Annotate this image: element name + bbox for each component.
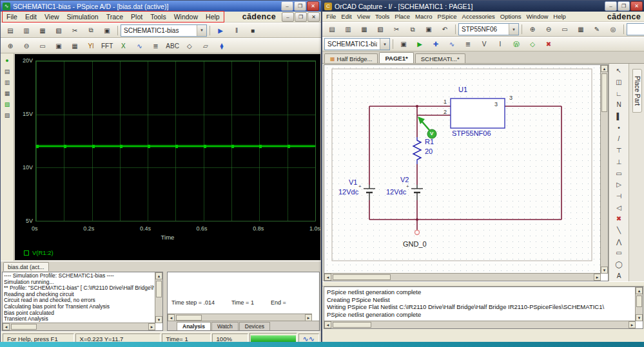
scroll-up-icon[interactable]: ▲ [601, 65, 608, 72]
pspice-menu-0[interactable]: File [3, 13, 21, 21]
waveform-plot[interactable]: 20V15V10V5V 0s0.2s0.4s0.6s0.8s1.0s Time … [15, 54, 320, 260]
cut-icon[interactable]: ✂ [389, 23, 404, 35]
run-pspice-icon[interactable]: ▶ [412, 38, 427, 50]
zoom-in-icon[interactable]: ⊕ [525, 23, 540, 35]
zoom-all-icon[interactable]: ▭ [557, 23, 572, 35]
trace-legend[interactable]: V(R1:2) [24, 249, 54, 256]
chevron-down-icon[interactable]: ▼ [197, 25, 206, 36]
log-vscrollbar[interactable]: ▲ ▼ [635, 287, 643, 321]
zoom-area-icon[interactable]: ▭ [35, 40, 50, 52]
capture-menu-4[interactable]: Place [392, 13, 413, 20]
plot-window-icon[interactable]: ▱ [198, 40, 213, 52]
scroll-down-icon[interactable]: ▼ [601, 267, 608, 274]
stop-simulation-icon[interactable]: ■ [245, 24, 260, 37]
bias-voltage-icon[interactable]: V [476, 38, 492, 50]
mdi-minimize-button[interactable]: – [282, 12, 294, 22]
place-port-icon[interactable]: ▷ [611, 179, 627, 191]
capture-menu-2[interactable]: View [355, 13, 373, 20]
place-wire-icon[interactable]: ∟ [611, 88, 627, 99]
profile-doc-icon[interactable]: ▤ [2, 66, 12, 76]
schematic-canvas[interactable]: + + U1 STP55NF06 1 2 3 3 R1 20 V1 12Vdc … [324, 65, 601, 274]
v1-refdes[interactable]: V1 [349, 178, 357, 186]
tab-schematic[interactable]: SCHEMATI...* [415, 53, 465, 63]
tab-analysis[interactable]: Analysis [177, 322, 211, 330]
simulation-status-panel[interactable]: Time step = .014 Time = 1 End = ◄ ► Anal… [167, 272, 320, 331]
place-ellipse-icon[interactable]: ◯ [611, 259, 627, 270]
pspice-titlebar[interactable]: ∿ SCHEMATIC1-bias - PSpice A/D - [bias.d… [1, 1, 321, 12]
tab-bias-dat[interactable]: bias.dat (act... [3, 262, 49, 271]
bias-power-icon[interactable]: Ⓦ [509, 38, 524, 50]
r1-refdes[interactable]: R1 [425, 138, 434, 145]
simulation-profile-combo[interactable]: SCHEMATIC1-bias▼ [121, 24, 207, 37]
log-splitter[interactable] [322, 281, 644, 286]
view-results-icon[interactable]: ∿ [444, 38, 460, 50]
capture-menu-8[interactable]: Options [498, 13, 524, 20]
zoom-out-icon[interactable]: ⊖ [19, 40, 34, 52]
mdi-restore-button[interactable]: ❐ [295, 12, 307, 22]
cursor-icon[interactable]: ≣ [148, 40, 163, 52]
tab-watch[interactable]: Watch [211, 322, 239, 330]
run-simulation-icon[interactable]: ▶ [213, 24, 228, 37]
save-icon[interactable]: ▦ [35, 24, 50, 37]
v2-refdes[interactable]: V2 [400, 176, 409, 183]
voltage-marker-icon[interactable]: ◇ [525, 38, 540, 50]
properties-icon[interactable]: ⧫ [214, 40, 229, 52]
tab-half-bridge[interactable]: ▦ Half Bridge... [324, 53, 378, 63]
add-trace-icon[interactable]: ∿ [132, 40, 147, 52]
capture-menu-9[interactable]: Window [524, 13, 551, 20]
select-tool-icon[interactable]: ↖ [611, 65, 627, 77]
place-polyline-icon[interactable]: ⋀ [611, 236, 627, 247]
export-excel-icon[interactable]: X [115, 40, 131, 52]
chevron-down-icon[interactable]: ▼ [380, 39, 389, 50]
close-button[interactable]: ✕ [307, 1, 319, 11]
voltage-probe-icon[interactable]: V [430, 131, 433, 136]
scroll-down-icon[interactable]: ▼ [155, 316, 162, 323]
close-button[interactable]: ✕ [630, 1, 643, 11]
scroll-down-icon[interactable]: ▼ [636, 314, 643, 321]
zoom-out-icon[interactable]: ⊖ [541, 23, 556, 35]
mdi-close-button[interactable]: ✕ [307, 12, 320, 22]
scroll-right-icon[interactable]: ► [148, 323, 155, 330]
print-doc-icon[interactable]: ▧ [373, 23, 388, 35]
capture-profile-combo[interactable]: SCHEMATIC1-bias▼ [324, 38, 390, 50]
pspice-menu-5[interactable]: Plot [127, 13, 146, 21]
place-ground-icon[interactable]: ⊥ [611, 156, 627, 168]
delete-marker-icon[interactable]: ✖ [541, 38, 556, 50]
scroll-left-icon[interactable]: ◄ [3, 323, 10, 330]
minimize-button[interactable]: – [605, 1, 617, 11]
zoom-fit-icon[interactable]: ▣ [51, 40, 66, 52]
u1-part-name[interactable]: STP55NF06 [452, 129, 491, 137]
log-hscrollbar[interactable]: ◄ ► [324, 321, 636, 328]
no-connect-icon[interactable]: ✖ [611, 213, 627, 225]
place-line-icon[interactable]: ╲ [611, 225, 627, 236]
find-icon[interactable]: ◎ [605, 23, 621, 35]
place-part-tab[interactable]: Place Part [632, 69, 642, 113]
off-page-icon[interactable]: ◁ [611, 202, 627, 213]
sim-status-icon[interactable]: ● [2, 55, 12, 65]
capture-menu-1[interactable]: Edit [338, 13, 354, 20]
pspice-menu-2[interactable]: View [41, 13, 63, 21]
scroll-right-icon[interactable]: ► [594, 274, 601, 281]
place-rect-icon[interactable]: ▭ [611, 247, 627, 259]
new-doc-icon[interactable]: ▤ [324, 23, 340, 35]
pspice-menu-1[interactable]: Edit [21, 13, 41, 21]
v1-value[interactable]: 12Vdc [338, 188, 358, 196]
capture-menu-7[interactable]: Accessories [460, 13, 498, 20]
capture-titlebar[interactable]: C OrCAD Capture - I/ - [SCHEMATIC1 : PAG… [322, 1, 644, 12]
cut-icon[interactable]: ✂ [67, 24, 83, 37]
scroll-up-icon[interactable]: ▲ [636, 287, 643, 294]
maximize-button[interactable]: ❐ [294, 1, 306, 11]
output-file-icon[interactable]: ▥ [2, 77, 12, 87]
undo-icon[interactable]: ↶ [437, 23, 453, 35]
new-profile-icon[interactable]: ✚ [428, 38, 444, 50]
canvas-vscrollbar[interactable]: ▲ ▼ [600, 65, 608, 274]
capture-menu-10[interactable]: Help [551, 13, 569, 20]
place-power-icon[interactable]: ⊤ [611, 145, 627, 156]
copy-icon[interactable]: ⧉ [83, 24, 99, 37]
tab-page1[interactable]: PAGE1* [379, 52, 413, 63]
paste-icon[interactable]: ▣ [421, 23, 436, 35]
label-icon[interactable]: ABC [164, 40, 181, 52]
pspice-menu-6[interactable]: Tools [146, 13, 170, 21]
copy-icon[interactable]: ⧉ [405, 23, 420, 35]
u1-refdes[interactable]: U1 [458, 86, 467, 93]
